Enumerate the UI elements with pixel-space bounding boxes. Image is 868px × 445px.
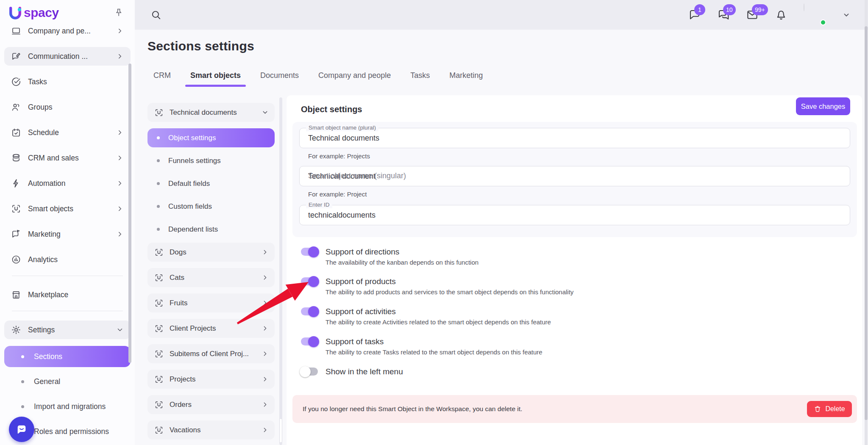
tab-smart-objects[interactable]: Smart objects [190, 71, 241, 87]
mail-badge: 99+ [752, 4, 768, 15]
support-of-directions-toggle[interactable] [301, 248, 318, 256]
smart-object-list: Technical documents Object settings Funn… [147, 103, 275, 445]
sidebar-item-import-and-migrations[interactable]: Import and migrations [4, 396, 131, 417]
tab-documents[interactable]: Documents [260, 71, 299, 87]
plural-name-input[interactable] [299, 128, 850, 148]
team-chat-icon[interactable]: 10 [717, 8, 730, 21]
support-of-tasks-toggle[interactable] [301, 337, 318, 345]
sidebar-item-marketing[interactable]: Marketing [4, 225, 131, 243]
sidebar-item-automation[interactable]: Automation [4, 174, 131, 193]
subpage-object-settings[interactable]: Object settings [147, 128, 275, 147]
sidebar-item-tasks[interactable]: Tasks [4, 72, 131, 91]
mail-icon[interactable]: 99+ [746, 8, 759, 21]
toggle-row-support-of-directions: Support of directions The availability o… [301, 247, 479, 266]
toggle-row-support-of-tasks: Support of tasks The ability to create T… [301, 337, 542, 356]
automation-icon [11, 178, 21, 188]
chat-badge: 1 [694, 4, 705, 15]
page-scrollbar[interactable] [865, 0, 868, 445]
object-row-vacations[interactable]: Vacations [147, 420, 275, 439]
section-tabs: CRM Smart objects Documents Company and … [147, 71, 483, 87]
object-row-client-projects[interactable]: Client Projects [147, 319, 275, 338]
tab-marketing[interactable]: Marketing [449, 71, 483, 87]
object-header-technical-documents[interactable]: Technical documents [147, 103, 275, 122]
chevron-right-icon [262, 426, 269, 434]
toggle-description: The ability to create Tasks related to t… [326, 348, 542, 356]
sidebar-item-label: Analytics [28, 255, 124, 264]
tab-company-and-people[interactable]: Company and people [318, 71, 391, 87]
scrollbar-thumb[interactable] [865, 26, 868, 420]
chevron-right-icon [116, 154, 124, 162]
notifications-bell-icon[interactable] [775, 8, 787, 21]
subpage-default-fields[interactable]: Default fields [147, 174, 275, 193]
sidebar-item-sections[interactable]: Sections [4, 346, 131, 367]
object-row-fruits[interactable]: Fruits [147, 293, 275, 312]
sidebar-scrollbar[interactable] [128, 64, 131, 363]
bullet-dot [21, 405, 24, 408]
chevron-right-icon [116, 27, 124, 35]
uspacy-logo-icon [8, 5, 23, 20]
user-avatar[interactable] [804, 4, 826, 26]
delete-button[interactable]: Delete [807, 401, 852, 417]
pin-sidebar-icon[interactable] [114, 8, 124, 18]
sidebar-item-groups[interactable]: Groups [4, 98, 131, 116]
sidebar-item-crm-and-sales[interactable]: CRM and sales [4, 149, 131, 167]
chat-smile-icon [15, 423, 28, 436]
sidebar-item-label: Settings [28, 326, 116, 334]
sidebar-item-company-and-people[interactable]: Company and pe... [4, 22, 131, 40]
marketing-icon [11, 229, 21, 239]
save-changes-button[interactable]: Save changes [796, 97, 850, 115]
object-row-label: Orders [170, 401, 262, 409]
sidebar-item-settings[interactable]: Settings [4, 321, 131, 339]
chevron-right-icon [262, 274, 269, 281]
tab-crm[interactable]: CRM [153, 71, 171, 87]
subpage-funnels-settings[interactable]: Funnels settings [147, 151, 275, 170]
sidebar-item-communication[interactable]: Communication ... [4, 47, 131, 66]
online-status-dot [820, 19, 826, 25]
id-input[interactable] [299, 205, 850, 225]
object-row-projects[interactable]: Projects [147, 370, 275, 389]
object-row-subitems-of-client-projects[interactable]: Subitems of Client Proj... [147, 344, 275, 363]
support-of-products-toggle[interactable] [301, 277, 318, 285]
chevron-right-icon [116, 53, 124, 60]
search-icon[interactable] [150, 9, 161, 20]
smart-object-icon [154, 108, 164, 117]
chat-icon[interactable]: 1 [688, 8, 701, 21]
company-icon [11, 26, 21, 36]
subpage-custom-fields[interactable]: Custom fields [147, 197, 275, 216]
sidebar-item-general[interactable]: General [4, 371, 131, 392]
sidebar-item-smart-objects[interactable]: Smart objects [4, 199, 131, 218]
toggle-knob [308, 276, 319, 287]
toggle-description: The ability to create Activities related… [326, 318, 551, 326]
support-of-activities-toggle[interactable] [301, 307, 318, 315]
uspacy-logo[interactable]: spacy [8, 5, 59, 20]
object-row-orders[interactable]: Orders [147, 395, 275, 414]
groups-icon [11, 102, 21, 112]
page-title: Sections settings [147, 39, 254, 53]
object-row-label: Projects [170, 375, 262, 384]
subpage-dependent-lists[interactable]: Dependent lists [147, 220, 275, 239]
object-settings-panel: Object settings Save changes Smart objec… [287, 95, 862, 445]
chevron-right-icon [116, 180, 124, 187]
sidebar-item-schedule[interactable]: Schedule [4, 123, 131, 142]
sidebar-item-analytics[interactable]: Analytics [4, 250, 131, 269]
subpage-label: Dependent lists [168, 225, 218, 234]
object-row-label: Cats [170, 274, 262, 282]
scrollbar-thumb[interactable] [279, 418, 282, 443]
smart-object-icon [154, 248, 164, 257]
object-row-cats[interactable]: Cats [147, 268, 275, 287]
object-list-scrollbar[interactable] [279, 97, 282, 445]
field-helper: For example: Project [308, 191, 367, 198]
field-singular-name: Smart object name (singular) [299, 166, 850, 186]
profile-chevron-down-icon[interactable] [842, 10, 851, 19]
support-chat-button[interactable] [9, 417, 34, 442]
chevron-right-icon [262, 376, 269, 383]
singular-name-input[interactable] [299, 166, 850, 186]
object-row-dogs[interactable]: Dogs [147, 243, 275, 262]
avatar-photo [804, 3, 804, 11]
field-label: Enter ID [306, 202, 332, 208]
show-in-left-menu-toggle[interactable] [301, 368, 318, 376]
bullet-dot [157, 159, 160, 162]
tab-tasks[interactable]: Tasks [410, 71, 430, 87]
object-row-label: Vacations [170, 426, 262, 434]
sidebar-item-marketplace[interactable]: Marketplace [4, 285, 131, 304]
